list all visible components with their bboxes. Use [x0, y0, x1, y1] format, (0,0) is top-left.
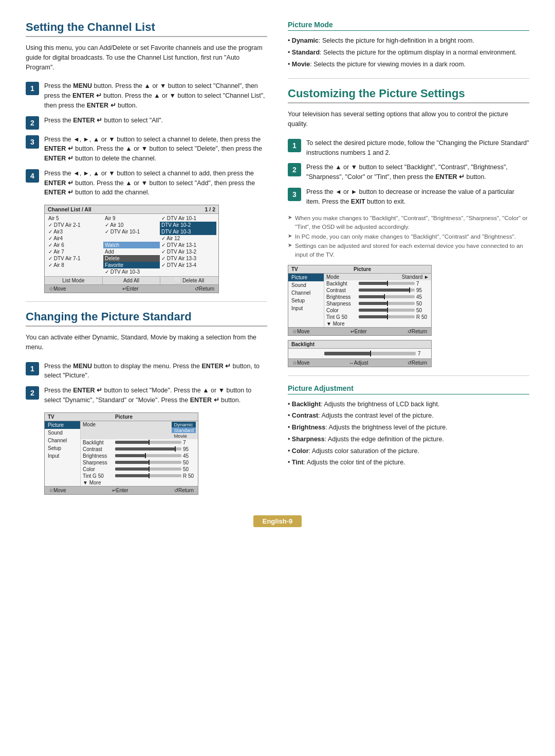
section-title-picture-std: Changing the Picture Standard	[26, 310, 267, 327]
ch-cell: ✓ DTV Air 13-1	[160, 242, 216, 248]
right-divider-1	[288, 78, 529, 79]
color-label-r: Color	[326, 308, 357, 313]
sidebar-input-r: Input	[288, 304, 324, 312]
contrast-label-r: Contrast	[326, 287, 357, 293]
step-num-2: 2	[26, 116, 39, 130]
backlight-box-bar	[324, 352, 416, 355]
pic-title-r: Picture	[327, 266, 397, 272]
sidebar-sound: Sound	[45, 429, 80, 437]
backlight-val-r: 7	[416, 281, 429, 286]
ch-cell: ✓ Air4	[47, 235, 103, 242]
channel-intro: Using this menu, you can Add/Delete or s…	[26, 43, 267, 72]
backlight-bar	[115, 441, 181, 444]
tint-fill	[115, 474, 149, 477]
pic-step-num-1: 1	[26, 362, 39, 375]
color-fill	[115, 467, 149, 471]
ch-cell: ✓ Air 12	[160, 235, 216, 242]
picture-mode-standard: Standard: Selects the picture for the op…	[288, 47, 529, 59]
color-val-r: 50	[416, 308, 429, 313]
tint-bar-r	[359, 315, 415, 318]
contrast-bar	[115, 447, 181, 451]
backlight-nav-return: ↺Return	[408, 360, 427, 366]
pic-step-text-1: Press the MENU button to display the men…	[44, 362, 267, 381]
right-divider-2	[288, 375, 529, 376]
ch-cell: ✓ DTV Air 7-1	[47, 255, 103, 262]
step-num-4: 4	[26, 169, 39, 183]
channel-steps: 1 Press the MENU button. Press the ▲ or …	[26, 81, 267, 197]
pic-title: Picture	[84, 414, 164, 420]
ch-cell: ✓ Air3	[47, 228, 103, 235]
contrast-val: 95	[183, 446, 196, 452]
pic-right-header: TV Picture	[288, 265, 431, 274]
color-label: Color	[83, 466, 114, 472]
contrast-ind-r	[409, 287, 410, 293]
contrast-label: Contrast	[83, 446, 114, 452]
brightness-fill-r	[359, 295, 384, 298]
adj-color: Color: Adjusts color saturation of the p…	[288, 445, 529, 457]
pic-nav-move: ☆Move	[49, 488, 66, 493]
sharpness-label-r: Sharpness	[326, 301, 357, 307]
step-num-1: 1	[26, 82, 39, 95]
step-text-4: Press the ◄, ►, ▲ or ▼ button to select …	[44, 169, 267, 197]
cust-step-num-1: 1	[288, 139, 301, 152]
picture-table-right: TV Picture Picture Sound Channel Setup I…	[288, 265, 432, 336]
brightness-val: 45	[183, 453, 196, 459]
pic-mode-row-r: Mode Standard ►	[324, 274, 431, 280]
ch-cell: ✓ DTV Air 10-3	[103, 268, 160, 275]
brightness-indicator	[145, 453, 146, 458]
sidebar-picture: Picture	[45, 421, 80, 429]
ch-cell	[160, 268, 216, 275]
ch-cell: Air 9	[103, 215, 160, 222]
tv-label: TV	[48, 414, 84, 420]
page-layout: Setting the Channel List Using this menu…	[26, 21, 529, 500]
tv-label-r: TV	[291, 266, 327, 272]
channel-step-1: 1 Press the MENU button. Press the ▲ or …	[26, 81, 267, 110]
tint-fill-r	[359, 315, 387, 318]
backlight-nav-move: ☆Move	[292, 360, 309, 366]
section-title-channel: Setting the Channel List	[26, 21, 267, 37]
backlight-fill-r	[359, 282, 387, 285]
sharpness-val-r: 50	[416, 301, 429, 307]
channel-table-page: 1 / 2	[205, 206, 215, 212]
step-text-2: Press the ENTER ↵ button to select "All"…	[44, 116, 163, 125]
pic-right-body: Picture Sound Channel Setup Input Mode S…	[288, 274, 431, 327]
pic-row-sharpness: Sharpness 50	[81, 459, 198, 466]
channel-nav-return: ↺Return	[195, 286, 214, 292]
pic-row-sharpness-r: Sharpness 50	[324, 300, 431, 307]
mode-movie: Movie	[172, 433, 196, 439]
customize-steps: 1 To select the desired picture mode, fo…	[288, 138, 529, 207]
ch-cell: ✓ DTV Air 10-1	[103, 228, 160, 235]
sidebar-picture-r: Picture	[288, 274, 324, 281]
ch-cell	[103, 235, 160, 242]
ch-cell: ✓ DTV Air 2-1	[47, 222, 103, 228]
pic-right-sidebar: Picture Sound Channel Setup Input	[288, 274, 324, 327]
pic-table-left-body: Picture Sound Channel Setup Input Mode D…	[45, 421, 198, 486]
right-column: Picture Mode Dynamic: Selects the pictur…	[288, 21, 529, 500]
pic-row-color-r: Color 50	[324, 307, 431, 314]
tint-val: R 50	[183, 473, 196, 479]
color-indicator	[149, 466, 150, 472]
left-column: Setting the Channel List Using this menu…	[26, 21, 267, 500]
ch-cell: ✓ Air 7	[47, 248, 103, 255]
sharpness-bar	[115, 461, 181, 464]
backlight-indicator	[149, 440, 150, 445]
backlight-box-nav: ☆Move ↔Adjust ↺Return	[288, 358, 431, 367]
cust-step-num-3: 3	[288, 188, 301, 201]
mode-options: Dynamic Standard Movie	[172, 422, 196, 439]
ch-cell: ✓ Air 10	[103, 222, 160, 228]
pic-step-text-2: Press the ENTER ↵ button to select "Mode…	[44, 386, 267, 405]
picture-mode-list: Dynamic: Selects the picture for high-de…	[288, 35, 529, 70]
backlight-label-r: Backlight	[326, 281, 357, 286]
customize-intro: Your television has several setting opti…	[288, 110, 529, 129]
sidebar-channel-r: Channel	[288, 289, 324, 297]
pic-row-brightness: Brightness 45	[81, 453, 198, 459]
ch-cell: ✓ DTV Air 13-4	[160, 262, 216, 268]
backlight-ind-r	[387, 281, 388, 286]
ch-cell: Air 5	[47, 215, 103, 222]
backlight-box: Backlight 7 ☆Move ↔Adjust ↺Return	[288, 340, 432, 367]
note-2: In PC mode, you can only make changes to…	[288, 232, 529, 242]
backlight-box-fill	[324, 352, 370, 355]
subsection-title-picture-adj: Picture Adjustment	[288, 384, 529, 394]
section-title-customize: Customizing the Picture Settings	[288, 87, 529, 103]
page-footer: English-9	[26, 515, 529, 527]
